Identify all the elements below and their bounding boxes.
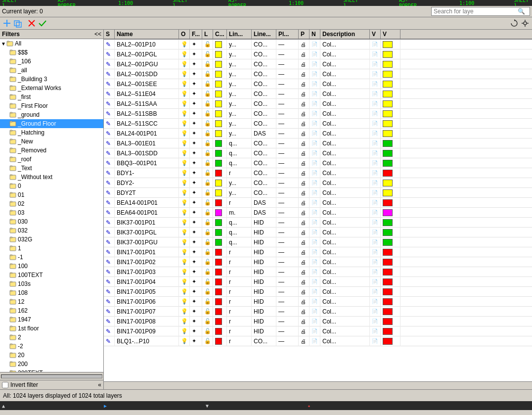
bottom-nav-3[interactable]: ▼ xyxy=(206,403,209,409)
lightbulb-icon[interactable]: 💡 xyxy=(181,338,188,344)
color-swatch[interactable] xyxy=(215,120,222,127)
color-swatch[interactable] xyxy=(215,239,222,246)
table-row[interactable]: ✎BIN17-001P09💡✦🔓rHID—🖨📄Col...📄 xyxy=(104,326,532,336)
tree-item[interactable]: 2 xyxy=(0,333,103,342)
lock-icon[interactable]: 🔓 xyxy=(204,140,211,146)
column-header-C[interactable]: C... xyxy=(213,30,227,39)
freeze-icon[interactable]: ✦ xyxy=(192,278,196,285)
freeze-icon[interactable]: ✦ xyxy=(192,209,196,216)
freeze-icon[interactable]: ✦ xyxy=(192,120,196,127)
tree-item[interactable]: 103s xyxy=(0,279,103,288)
lightbulb-icon[interactable]: 💡 xyxy=(181,130,188,137)
settings-button[interactable] xyxy=(520,18,530,28)
lock-icon[interactable]: 🔓 xyxy=(204,160,211,166)
table-row[interactable]: ✎BLQ1-...P10💡✦🔓rCO...—🖨📄Col...📄 xyxy=(104,336,532,346)
new-layer-button[interactable] xyxy=(2,18,12,28)
lock-icon[interactable]: 🔓 xyxy=(204,278,211,285)
table-row[interactable]: ✎BIK37-001PGU💡✦🔓q...HID—🖨📄Col...📄 xyxy=(104,237,532,247)
column-header-L[interactable]: L xyxy=(202,30,213,39)
print-icon[interactable]: 🖨 xyxy=(301,121,306,127)
search-box[interactable]: 🔍 xyxy=(431,7,530,16)
print-icon[interactable]: 🖨 xyxy=(301,328,306,334)
lock-icon[interactable]: 🔓 xyxy=(204,81,211,87)
lock-icon[interactable]: 🔓 xyxy=(204,269,211,275)
lightbulb-icon[interactable]: 💡 xyxy=(181,81,188,87)
invert-filter-checkbox[interactable] xyxy=(2,382,8,388)
table-row[interactable]: ✎BBQ3--001P01💡✦🔓q...CO...—🖨📄Col...📄 xyxy=(104,158,532,168)
lock-icon[interactable]: 🔓 xyxy=(204,71,211,77)
lightbulb-icon[interactable]: 💡 xyxy=(181,259,188,265)
freeze-icon[interactable]: ✦ xyxy=(192,140,196,146)
freeze-icon[interactable]: ✦ xyxy=(192,91,196,97)
color-swatch[interactable] xyxy=(215,298,222,305)
tree-item[interactable]: 1 xyxy=(0,244,103,253)
column-header-F[interactable]: F... xyxy=(190,30,202,39)
table-row[interactable]: ✎BIN17-001P08💡✦🔓rHID—🖨📄Col...📄 xyxy=(104,317,532,326)
lock-icon[interactable]: 🔓 xyxy=(204,189,211,196)
lightbulb-icon[interactable]: 💡 xyxy=(181,229,188,235)
column-header-O[interactable]: O xyxy=(179,30,190,39)
lightbulb-icon[interactable]: 💡 xyxy=(181,110,188,117)
tree-item[interactable]: _first xyxy=(0,92,103,101)
tree-item[interactable]: _106 xyxy=(0,57,103,66)
tree-item[interactable]: 03 xyxy=(0,208,103,217)
scroll-track-h[interactable] xyxy=(1,374,102,378)
search-input[interactable] xyxy=(434,8,518,15)
color-swatch[interactable] xyxy=(215,308,222,315)
print-icon[interactable]: 🖨 xyxy=(301,259,306,265)
freeze-icon[interactable]: ✦ xyxy=(192,199,196,206)
freeze-icon[interactable]: ✦ xyxy=(192,100,196,107)
lightbulb-icon[interactable]: 💡 xyxy=(181,150,188,156)
table-row[interactable]: ✎BAL3--001SDD💡✦🔓q...CO...—🖨📄Col...📄 xyxy=(104,148,532,158)
print-icon[interactable]: 🖨 xyxy=(301,249,306,255)
color-swatch[interactable] xyxy=(215,338,222,345)
lock-icon[interactable]: 🔓 xyxy=(204,180,211,186)
print-icon[interactable]: 🖨 xyxy=(301,279,306,285)
column-header-Lin[interactable]: Lin... xyxy=(227,30,252,39)
print-icon[interactable]: 🖨 xyxy=(301,230,306,235)
expand-icon[interactable]: ▼ xyxy=(1,41,6,46)
print-icon[interactable]: 🖨 xyxy=(301,81,306,87)
freeze-icon[interactable]: ✦ xyxy=(192,328,196,334)
lightbulb-icon[interactable]: 💡 xyxy=(181,170,188,176)
lock-icon[interactable]: 🔓 xyxy=(204,41,211,47)
lightbulb-icon[interactable]: 💡 xyxy=(181,308,188,315)
color-swatch[interactable] xyxy=(215,100,222,107)
lightbulb-icon[interactable]: 💡 xyxy=(181,180,188,186)
table-row[interactable]: ✎BEA14-001P01💡✦🔓rDAS—🖨📄Col...📄 xyxy=(104,198,532,208)
color-swatch[interactable] xyxy=(215,328,222,335)
color-swatch[interactable] xyxy=(215,110,222,117)
color-swatch[interactable] xyxy=(215,249,222,256)
lightbulb-icon[interactable]: 💡 xyxy=(181,219,188,226)
lock-icon[interactable]: 🔓 xyxy=(204,239,211,245)
lightbulb-icon[interactable]: 💡 xyxy=(181,298,188,305)
tree-item[interactable]: _Text xyxy=(0,164,103,173)
column-header-Name[interactable]: Name xyxy=(115,30,179,39)
table-row[interactable]: ✎BDY2-💡✦🔓y...CO...—🖨📄Col...📄 xyxy=(104,178,532,188)
print-icon[interactable]: 🖨 xyxy=(301,140,306,146)
color-swatch[interactable] xyxy=(215,160,222,167)
print-icon[interactable]: 🖨 xyxy=(301,51,306,57)
tree-item[interactable]: _First Floor xyxy=(0,101,103,110)
table-scrollbar-h[interactable] xyxy=(104,381,532,389)
freeze-icon[interactable]: ✦ xyxy=(192,41,196,47)
table-row[interactable]: ✎BAL2--511E04💡✦🔓y...CO...—🖨📄Col...📄 xyxy=(104,89,532,99)
lightbulb-icon[interactable]: 💡 xyxy=(181,91,188,97)
color-swatch[interactable] xyxy=(215,278,222,285)
lock-icon[interactable]: 🔓 xyxy=(204,170,211,176)
freeze-icon[interactable]: ✦ xyxy=(192,170,196,176)
color-swatch[interactable] xyxy=(215,199,222,206)
lightbulb-icon[interactable]: 💡 xyxy=(181,71,188,77)
freeze-icon[interactable]: ✦ xyxy=(192,71,196,77)
freeze-icon[interactable]: ✦ xyxy=(192,110,196,117)
table-row[interactable]: ✎BAL2--001PGL💡✦🔓y...CO...—🖨📄Col...📄 xyxy=(104,49,532,59)
print-icon[interactable]: 🖨 xyxy=(301,150,306,156)
color-swatch[interactable] xyxy=(215,81,222,88)
tree-item[interactable]: 100 xyxy=(0,262,103,271)
lock-icon[interactable]: 🔓 xyxy=(204,338,211,344)
color-swatch[interactable] xyxy=(215,91,222,97)
tree-item[interactable]: 1947 xyxy=(0,315,103,324)
table-row[interactable]: ✎BIK37-001P01💡✦🔓q...HID—🖨📄Col...📄 xyxy=(104,218,532,228)
table-row[interactable]: ✎BIN17-001P05💡✦🔓rHID—🖨📄Col...📄 xyxy=(104,287,532,297)
print-icon[interactable]: 🖨 xyxy=(301,101,306,107)
